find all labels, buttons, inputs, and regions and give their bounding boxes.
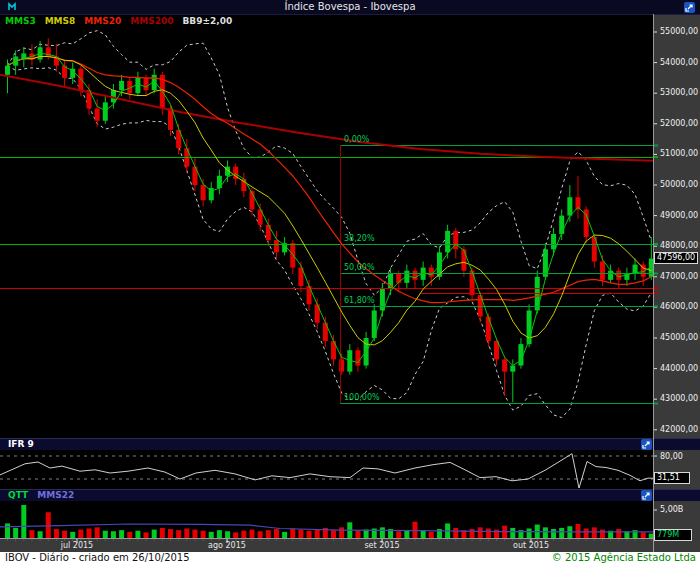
ifr-panel-title: IFR 9 — [8, 439, 34, 449]
ifr-upper-scale-label: 80,00 — [660, 453, 683, 461]
month-label-set: set 2015 — [364, 541, 399, 550]
current-price-box: 47596,00 — [654, 252, 698, 264]
price-axis-label: 49000,00 — [660, 212, 698, 220]
ifr-expand-icon[interactable] — [641, 439, 652, 450]
price-axis-label: 55000,00 — [660, 28, 698, 36]
status-instrument-info: IBOV - Diário - criado em 26/10/2015 — [5, 552, 190, 564]
qtt-panel-title: QTT — [8, 490, 28, 500]
legend-mms3: MMS3 — [5, 16, 36, 26]
fib-label-100: 100,00% — [344, 394, 380, 402]
qtt-expand-icon[interactable] — [641, 490, 652, 501]
ifr-panel-header: IFR 9 — [0, 438, 700, 450]
price-axis-label: 53000,00 — [660, 89, 698, 97]
indicator-legend: MMS3MMS8MMS20MMS200BB9±2,00 — [5, 16, 241, 26]
legend-mms8: MMS8 — [45, 16, 76, 26]
month-label-jul: jul 2015 — [61, 541, 93, 550]
ifr-current-box: 31,51 — [654, 472, 690, 484]
volume-current-box: 779M — [654, 529, 692, 541]
price-axis-label: 48000,00 — [660, 242, 698, 250]
price-axis-label: 54000,00 — [660, 59, 698, 67]
legend-mms20: MMS20 — [84, 16, 121, 26]
price-axis-label: 46000,00 — [660, 303, 698, 311]
price-axis-label: 42000,00 — [660, 426, 698, 434]
price-axis-label: 43000,00 — [660, 395, 698, 403]
chart-canvas[interactable] — [0, 0, 700, 564]
status-copyright: © 2015 Agência Estado Ltda — [552, 552, 696, 564]
price-axis-label: 47000,00 — [660, 273, 698, 281]
expand-window-icon[interactable] — [684, 2, 695, 13]
month-label-ago: ago 2015 — [208, 541, 246, 550]
qtt-ma-label: MMS22 — [37, 490, 74, 500]
volume-scale-label: 5,00B — [660, 506, 683, 514]
legend-mms200: MMS200 — [130, 16, 173, 26]
legend-bb9: BB9±2,00 — [182, 16, 232, 26]
price-axis-label: 52000,00 — [660, 120, 698, 128]
fib-label-382: 38,20% — [344, 235, 375, 243]
fib-label-0: 0,00% — [344, 136, 369, 144]
price-axis-label: 50000,00 — [660, 181, 698, 189]
title-bar: Índice Bovespa - Ibovespa — [0, 0, 700, 15]
fib-label-50: 50,00% — [344, 264, 375, 272]
price-axis-label: 44000,00 — [660, 365, 698, 373]
charting-app-window: Índice Bovespa - Ibovespa MMS3MMS8MMS20M… — [0, 0, 700, 564]
price-axis-label: 51000,00 — [660, 150, 698, 158]
window-title: Índice Bovespa - Ibovespa — [0, 0, 700, 14]
qtt-panel-header: QTT MMS22 — [0, 489, 700, 501]
month-label-out: out 2015 — [513, 541, 549, 550]
time-axis-strip[interactable] — [0, 538, 653, 552]
app-icon — [7, 2, 17, 12]
price-axis-label: 45000,00 — [660, 334, 698, 342]
fib-label-618: 61,80% — [344, 297, 375, 305]
status-bar: IBOV - Diário - criado em 26/10/2015 © 2… — [0, 552, 700, 564]
